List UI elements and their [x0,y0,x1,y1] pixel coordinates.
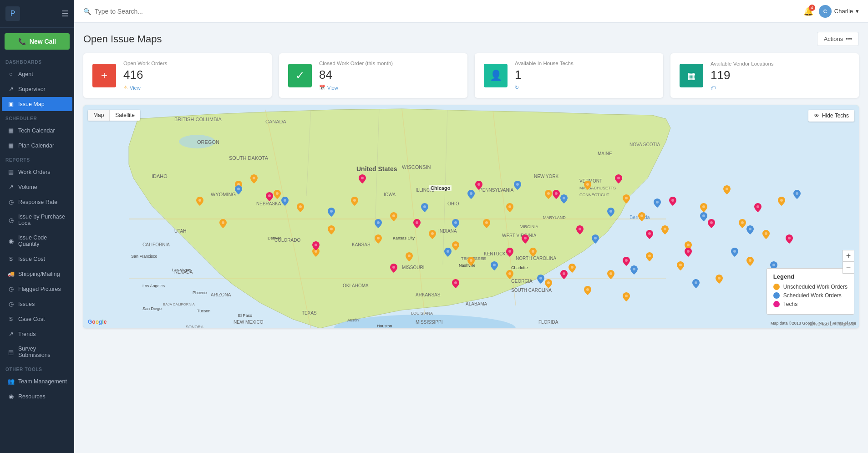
svg-text:UTAH: UTAH [174,229,186,234]
available-techs-icon-box: 👤 [484,64,508,87]
svg-text:INDIANA: INDIANA [438,229,457,234]
sidebar-item-issue-map[interactable]: ▣ Issue Map [2,97,72,111]
svg-text:ARKANSAS: ARKANSAS [416,292,441,297]
sidebar-item-response-rate[interactable]: ◷ Response Rate [2,195,72,209]
view-link[interactable]: View [327,85,338,91]
svg-text:MAINE: MAINE [598,151,612,156]
sidebar-item-work-orders[interactable]: ▤ Work Orders [2,165,72,179]
stat-footer[interactable]: 📅 View [319,85,458,91]
legend-box: Legend Unscheduled Work Orders Scheduled… [766,268,854,315]
sidebar-item-plan-calendar[interactable]: ▦ Plan Calendar [2,138,72,153]
topbar: 🔍 🔔 4 C Charlie ▾ [74,0,868,23]
stat-available-vendors: ▦ Available Vendor Locations 119 🏷 [670,53,859,98]
chevron-down-icon: ▾ [856,8,859,15]
view-link[interactable]: View [130,85,141,91]
legend-label: Unscheduled Work Orders [783,284,848,290]
sidebar-item-agent[interactable]: ○ Agent [2,67,72,81]
stat-footer[interactable]: ↻ [515,85,654,91]
svg-text:WYOMING: WYOMING [211,192,236,197]
legend-item-techs: Techs [773,301,848,307]
svg-text:KANSAS: KANSAS [352,242,371,247]
svg-text:IDAHO: IDAHO [152,173,168,179]
new-call-button[interactable]: 📞 New Call [5,33,70,50]
sidebar-item-issues[interactable]: ◷ Issues [2,297,72,311]
scheduler-section-label: Scheduler [0,112,74,123]
actions-button[interactable]: Actions ••• [817,32,859,46]
grid-icon: ▦ [687,70,696,81]
map-svg: SOUTH DAKOTA OREGON IDAHO WYOMING COLORA… [83,105,859,328]
stat-open-work-orders: + Open Work Orders 416 ⚠ View [83,53,272,98]
page-header: Open Issue Maps Actions ••• [83,32,859,46]
svg-text:Austin: Austin [347,318,359,322]
hamburger-icon[interactable]: ☰ [61,9,69,19]
zoom-in-button[interactable]: + [843,250,854,262]
svg-text:LOUISIANA: LOUISIANA [411,311,433,316]
checkmark-icon: ✓ [295,69,305,82]
map-tab-satellite[interactable]: Satellite [109,110,140,121]
flagged-pictures-icon: ◷ [7,285,15,292]
user-menu[interactable]: C Charlie ▾ [819,5,859,18]
svg-text:KENTUCKY: KENTUCKY [484,251,509,256]
notification-bell[interactable]: 🔔 4 [803,6,813,16]
sidebar-item-issue-purchase[interactable]: ◷ Issue by Purchase Loca [2,210,72,230]
svg-text:FLORIDA: FLORIDA [538,320,558,325]
sidebar-item-team-management[interactable]: 👥 Team Management [2,374,72,388]
sidebar-item-tech-calendar[interactable]: ▦ Tech Calendar [2,123,72,137]
svg-text:Los Angeles: Los Angeles [142,284,165,288]
svg-text:VIRGINIA: VIRGINIA [520,224,538,229]
legend-item-unscheduled: Unscheduled Work Orders [773,284,848,290]
stat-label: Open Work Orders [123,61,263,66]
sidebar-item-trends[interactable]: ↗ Trends [2,327,72,341]
sidebar-item-label: Case Cost [18,316,45,322]
stat-footer: 🏷 [711,85,850,91]
svg-text:NEW YORK: NEW YORK [534,174,559,179]
map-tab-map[interactable]: Map [88,110,109,121]
hide-techs-button[interactable]: 👁 Hide Techs [808,110,854,122]
tag-icon: 🏷 [711,85,716,91]
sidebar-item-label: Trends [18,331,36,337]
stat-closed-work-orders: ✓ Closed Work Order (this month) 84 📅 Vi… [279,53,467,98]
sidebar-header: P ☰ [0,0,74,28]
sidebar-item-issue-cost[interactable]: $ Issue Cost [2,252,72,266]
sidebar-item-label: Issue Cost [18,256,45,262]
refresh-icon[interactable]: ↻ [515,85,519,91]
calendar-icon: 📅 [319,85,325,91]
svg-text:NEW MEXICO: NEW MEXICO [233,320,264,325]
search-icon: 🔍 [83,8,91,15]
svg-text:Tucson: Tucson [197,309,210,313]
stat-footer[interactable]: ⚠ View [123,85,263,91]
svg-text:VERMONT: VERMONT [579,178,602,183]
svg-text:TENNESSEE: TENNESSEE [461,256,486,261]
response-rate-icon: ◷ [7,199,15,205]
stat-info: Available In House Techs 1 ↻ [515,61,654,91]
sidebar-item-survey[interactable]: ▤ Survey Submissions [2,342,72,362]
stat-label: Available In House Techs [515,61,654,66]
svg-text:WEST VIRGINIA: WEST VIRGINIA [502,233,537,238]
trends-icon: ↗ [7,331,15,337]
svg-text:United States: United States [356,165,397,173]
svg-text:IOWA: IOWA [384,192,396,197]
sidebar-item-flagged-pictures[interactable]: ◷ Flagged Pictures [2,282,72,296]
svg-text:MISSOURI: MISSOURI [402,265,424,270]
sidebar-item-issue-code[interactable]: ◉ Issue Code Quantity [2,231,72,251]
plan-calendar-icon: ▦ [7,142,15,149]
sidebar-item-supervisor[interactable]: ↗ Supervisor [2,82,72,96]
sidebar-item-shipping[interactable]: 🚚 Shipping/Mailing [2,267,72,281]
sidebar-item-resources[interactable]: ◉ Resources [2,389,72,403]
stat-info: Closed Work Order (this month) 84 📅 View [319,61,458,91]
sidebar-item-volume[interactable]: ↗ Volume [2,180,72,194]
resources-icon: ◉ [7,393,15,400]
issue-cost-icon: $ [7,255,15,262]
page-title: Open Issue Maps [83,33,162,45]
sidebar-item-label: Issue Code Quantity [18,234,67,247]
search-input[interactable] [95,8,803,15]
survey-icon: ▤ [7,349,15,356]
map-background: SOUTH DAKOTA OREGON IDAHO WYOMING COLORA… [83,105,859,328]
sidebar-item-label: Volume [18,184,37,190]
zoom-out-button[interactable]: − [843,262,854,274]
sidebar-item-case-cost[interactable]: $ Case Cost [2,312,72,326]
content-area: Open Issue Maps Actions ••• + Open Work … [74,23,868,453]
user-name: Charlie [834,8,853,15]
svg-text:ARIZONA: ARIZONA [211,292,231,297]
svg-text:Denver: Denver [268,236,281,240]
